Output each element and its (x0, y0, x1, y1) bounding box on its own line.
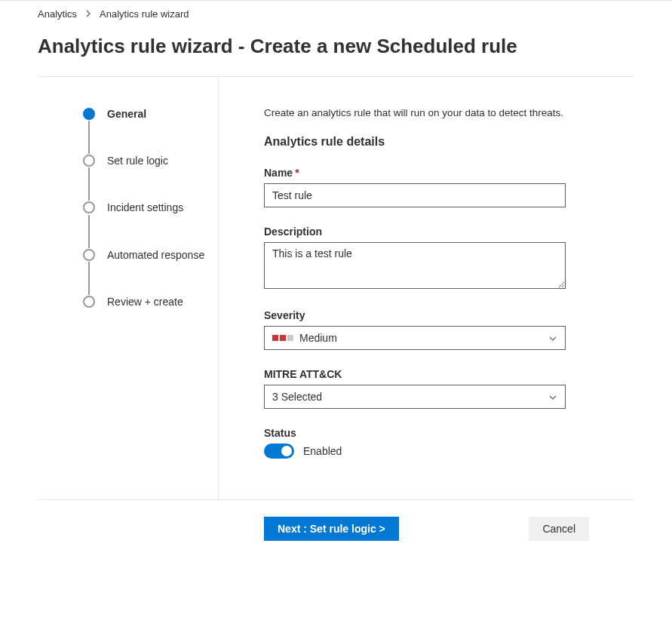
status-label: Status (264, 427, 589, 439)
step-connector (88, 167, 90, 201)
step-automated-response[interactable]: Automated response (83, 248, 218, 262)
status-toggle[interactable] (264, 444, 294, 459)
form-panel: Create an analytics rule that will run o… (219, 77, 634, 499)
step-label: Automated response (107, 248, 204, 262)
mitre-label: MITRE ATT&CK (264, 368, 589, 380)
status-text: Enabled (303, 445, 342, 457)
section-heading: Analytics rule details (264, 135, 589, 149)
step-connector (88, 215, 90, 248)
step-dot-icon (83, 108, 95, 120)
next-button[interactable]: Next : Set rule logic > (264, 517, 399, 541)
step-dot-icon (83, 155, 95, 167)
severity-label: Severity (264, 309, 589, 321)
name-input[interactable] (264, 183, 566, 207)
step-dot-icon (83, 296, 95, 308)
breadcrumb: Analytics Analytics rule wizard (38, 8, 634, 20)
chevron-down-icon (548, 392, 557, 401)
wizard-steps: General Set rule logic Incident settings… (38, 77, 219, 499)
step-dot-icon (83, 249, 95, 261)
mitre-select[interactable]: 3 Selected (264, 385, 566, 409)
breadcrumb-current: Analytics rule wizard (100, 8, 189, 20)
step-label: Set rule logic (107, 154, 168, 167)
page-title: Analytics rule wizard - Create a new Sch… (38, 35, 634, 58)
cancel-button[interactable]: Cancel (529, 517, 589, 541)
step-review-create[interactable]: Review + create (83, 295, 218, 308)
step-connector (88, 262, 90, 295)
toggle-knob-icon (281, 446, 292, 456)
breadcrumb-root[interactable]: Analytics (38, 8, 77, 20)
required-indicator: * (295, 167, 299, 179)
name-label: Name* (264, 167, 589, 179)
step-connector (88, 121, 90, 154)
step-dot-icon (83, 201, 95, 213)
description-textarea[interactable] (264, 242, 566, 289)
wizard-footer: Next : Set rule logic > Cancel (38, 499, 634, 571)
step-general[interactable]: General (83, 107, 218, 121)
step-set-rule-logic[interactable]: Set rule logic (83, 154, 218, 167)
description-label: Description (264, 226, 589, 238)
severity-select[interactable]: Medium (264, 326, 566, 350)
step-label: Incident settings (107, 201, 183, 214)
chevron-right-icon (84, 9, 92, 20)
chevron-down-icon (548, 333, 557, 342)
intro-text: Create an analytics rule that will run o… (264, 107, 589, 118)
mitre-value: 3 Selected (272, 391, 322, 403)
step-label: Review + create (107, 295, 183, 308)
step-incident-settings[interactable]: Incident settings (83, 201, 218, 214)
severity-value: Medium (299, 332, 337, 344)
severity-icon (272, 335, 293, 341)
step-label: General (107, 107, 146, 121)
